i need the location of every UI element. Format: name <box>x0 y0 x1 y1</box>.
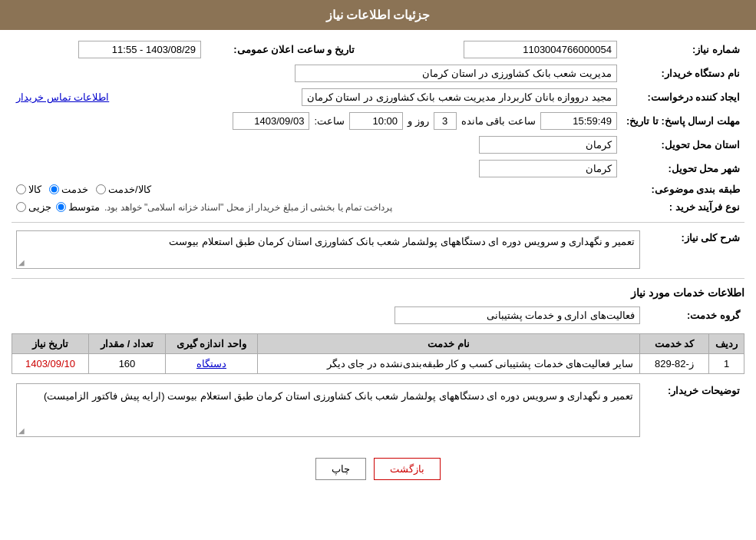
back-button[interactable]: بازگشت <box>374 458 441 480</box>
creator-value: مجید درووازه بانان کاربردار مدیریت شعب ب… <box>302 88 617 106</box>
service-group-value: فعالیت‌های اداری و خدمات پشتیبانی <box>395 306 640 324</box>
process-medium-label: متوسط <box>68 201 100 213</box>
resize-handle: ◢ <box>18 258 25 267</box>
page-title: جزئیات اطلاعات نیاز <box>326 8 431 22</box>
deadline-date: 1403/09/03 <box>233 112 309 130</box>
category-service-radio[interactable] <box>49 184 59 194</box>
deadline-day-label: روز و <box>408 115 429 127</box>
deadline-days: 3 <box>434 112 457 130</box>
buyer-org-label: نام دستگاه خریدار: <box>622 61 744 85</box>
process-note: پرداخت تمام یا بخشی از مبلغ خریدار از مح… <box>104 202 392 213</box>
cell-code: ز-82-829 <box>640 354 709 374</box>
deadline-remaining: 15:59:49 <box>540 112 617 130</box>
cell-name: سایر فعالیت‌های خدمات پشتیبانی کسب و کار… <box>258 354 640 374</box>
footer-buttons: بازگشت چاپ <box>12 446 744 492</box>
process-partial: جزیی <box>16 201 51 213</box>
need-number-value: 1103004766000054 <box>464 41 617 58</box>
need-description-value: تعمیر و نگهداری و سرویس دوره ای دستگاهها… <box>169 236 635 247</box>
buyer-resize-handle: ◢ <box>18 426 25 435</box>
services-section-label: اطلاعات خدمات مورد نیاز <box>12 287 744 299</box>
cell-date: 1403/09/10 <box>12 354 89 374</box>
category-service: خدمت <box>49 184 88 195</box>
buyer-desc-value: تعمیر و نگهداری و سرویس دوره ای دستگاهها… <box>44 390 633 402</box>
table-row: 1 ز-82-829 سایر فعالیت‌های خدمات پشتیبان… <box>12 354 744 374</box>
deadline-remaining-label: ساعت باقی مانده <box>461 115 536 127</box>
cell-unit[interactable]: دستگاه <box>166 354 258 374</box>
province-value: کرمان <box>479 136 617 154</box>
page-header: جزئیات اطلاعات نیاز <box>0 0 756 30</box>
col-unit: واحد اندازه گیری <box>166 334 258 354</box>
cell-quantity: 160 <box>89 354 166 374</box>
process-label: نوع فرآیند خرید : <box>622 198 744 216</box>
buyer-desc-box: تعمیر و نگهداری و سرویس دوره ای دستگاهها… <box>16 383 640 437</box>
city-value: کرمان <box>479 160 617 177</box>
category-kala-radio[interactable] <box>16 184 26 194</box>
print-button[interactable]: چاپ <box>315 458 366 480</box>
category-kala-service-label: کالا/خدمت <box>108 184 151 195</box>
send-deadline-label: مهلت ارسال پاسخ: تا تاریخ: <box>622 109 744 133</box>
process-partial-label: جزیی <box>28 201 51 213</box>
need-number-label: شماره نیاز: <box>622 38 744 61</box>
category-kala-service: کالا/خدمت <box>96 184 151 195</box>
service-group-label: گروه خدمت: <box>645 303 744 327</box>
province-label: استان محل تحویل: <box>622 133 744 157</box>
col-date: تاریخ نیاز <box>12 334 89 354</box>
cell-row: 1 <box>709 354 744 374</box>
contact-link[interactable]: اطلاعات تماس خریدار <box>16 91 109 103</box>
deadline-time-label: ساعت: <box>314 115 345 127</box>
col-row: ردیف <box>709 334 744 354</box>
buyer-org-value: مدیریت شعب بانک کشاورزی در استان کرمان <box>295 65 617 82</box>
buyer-desc-label: توضیحات خریدار: <box>645 380 744 440</box>
category-label: طبقه بندی موضوعی: <box>622 181 744 198</box>
col-quantity: تعداد / مقدار <box>89 334 166 354</box>
need-description-label: شرح کلی نیاز: <box>645 227 744 272</box>
announce-label: تاریخ و ساعت اعلان عمومی: <box>206 38 359 61</box>
creator-label: ایجاد کننده درخواست: <box>622 85 744 109</box>
services-table: ردیف کد خدمت نام خدمت واحد اندازه گیری ت… <box>12 333 744 374</box>
process-medium-radio[interactable] <box>56 202 66 212</box>
category-kala: کالا <box>16 184 41 195</box>
city-label: شهر محل تحویل: <box>622 157 744 181</box>
category-service-label: خدمت <box>61 184 88 195</box>
announce-value: 1403/08/29 - 11:55 <box>78 41 201 58</box>
col-code: کد خدمت <box>640 334 709 354</box>
process-partial-radio[interactable] <box>16 202 26 212</box>
need-description-box: تعمیر و نگهداری و سرویس دوره ای دستگاهها… <box>16 230 640 269</box>
category-kala-label: کالا <box>28 184 41 195</box>
col-name: نام خدمت <box>258 334 640 354</box>
process-medium: متوسط <box>56 201 100 213</box>
category-kala-service-radio[interactable] <box>96 184 106 194</box>
deadline-time: 10:00 <box>349 112 403 130</box>
